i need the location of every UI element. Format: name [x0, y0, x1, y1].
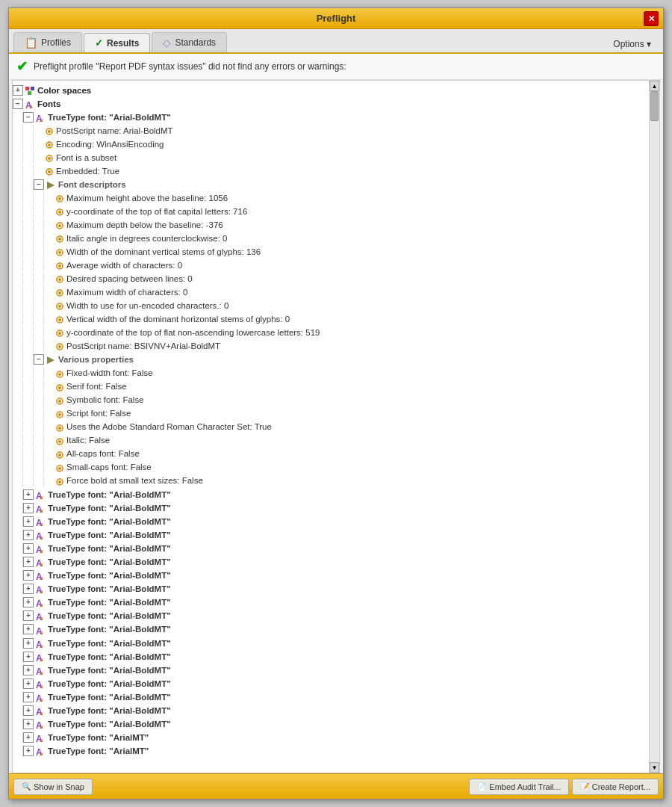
expand-button[interactable]: + — [23, 692, 34, 702]
scrollbar[interactable]: ▲ ▼ — [649, 81, 659, 773]
node-label: TrueType font: "Arial-BoldMT" — [48, 623, 171, 635]
show-in-snap-button[interactable]: 🔍 Show in Snap — [13, 779, 93, 795]
tree-node: +AaTrueType font: "Arial-BoldMT" — [13, 515, 649, 528]
expand-button[interactable]: + — [13, 85, 23, 96]
node-label: TrueType font: "Arial-BoldMT" — [48, 569, 171, 581]
expand-button[interactable]: − — [23, 112, 34, 123]
font-icon: Aa — [35, 516, 46, 528]
expand-button[interactable]: + — [23, 557, 34, 567]
font-icon: Aa — [35, 542, 46, 554]
expand-button[interactable]: + — [23, 570, 34, 581]
node-label: TrueType font: "Arial-BoldMT" — [48, 651, 171, 663]
expand-button[interactable]: − — [13, 99, 23, 109]
expand-button[interactable]: + — [23, 719, 34, 729]
svg-text:a: a — [40, 575, 43, 581]
property-icon — [56, 219, 64, 231]
node-label: TrueType font: "Arial-BoldMT" — [48, 111, 171, 123]
node-label: TrueType font: "Arial-BoldMT" — [48, 502, 171, 514]
node-label: TrueType font: "Arial-BoldMT" — [48, 705, 171, 717]
scroll-thumb[interactable] — [650, 91, 659, 121]
tree-node: y-coordinate of the top of flat non-asce… — [13, 326, 649, 339]
property-icon — [56, 434, 64, 446]
tree-node: +AaTrueType font: "Arial-BoldMT" — [13, 609, 649, 622]
tab-results[interactable]: ✓ Results — [84, 33, 150, 52]
options-button[interactable]: Options ▾ — [606, 36, 659, 52]
font-icon: Aa — [35, 732, 46, 743]
node-label: Maximum height above the baseline: 1056 — [66, 192, 228, 204]
tree-node: Uses the Adobe Standard Roman Character … — [13, 420, 649, 433]
svg-text:a: a — [40, 723, 43, 730]
create-report-button[interactable]: 📝 Create Report... — [572, 779, 659, 795]
font-icon: Aa — [35, 610, 46, 622]
tab-profiles-label: Profiles — [41, 37, 71, 48]
tab-standards[interactable]: ◇ Standards — [152, 32, 227, 52]
embed-audit-trail-button[interactable]: 📄 Embed Audit Trail... — [469, 779, 568, 795]
expand-button[interactable]: + — [23, 503, 34, 513]
node-label: PostScript name: BSIVNV+Arial-BoldMT — [66, 340, 220, 352]
tree-node: Force bold at small text sizes: False — [13, 474, 649, 487]
expand-button[interactable]: + — [23, 610, 34, 621]
create-report-icon: 📝 — [580, 782, 589, 791]
tree-node: Maximum height above the baseline: 1056 — [13, 191, 649, 205]
tree-node: +AaTrueType font: "Arial-BoldMT" — [13, 501, 649, 515]
expand-button[interactable]: + — [23, 624, 34, 634]
scroll-down-button[interactable]: ▼ — [650, 762, 659, 773]
expand-button[interactable]: − — [34, 354, 44, 365]
svg-text:a: a — [40, 117, 43, 123]
window-title: Preflight — [317, 13, 356, 24]
expand-button[interactable]: + — [23, 489, 34, 500]
tree-node: Italic angle in degrees counterclockwise… — [13, 232, 649, 245]
property-icon — [56, 421, 64, 433]
tree-node: +AaTrueType font: "Arial-BoldMT" — [13, 622, 649, 636]
svg-text:a: a — [40, 683, 43, 690]
close-button[interactable]: ✕ — [644, 11, 659, 26]
expand-button[interactable]: − — [34, 179, 44, 190]
svg-point-29 — [58, 278, 61, 281]
expand-button[interactable]: + — [23, 705, 34, 716]
property-icon — [56, 205, 64, 217]
expand-button[interactable]: + — [23, 597, 34, 607]
svg-point-46 — [58, 400, 61, 403]
node-label: Width to use for un-encoded characters.:… — [66, 300, 228, 312]
font-icon: Aa — [35, 718, 46, 730]
tree-node: Width of the dominant vertical stems of … — [13, 245, 649, 259]
property-icon — [56, 327, 64, 338]
tree-node: +AaTrueType font: "Arial-BoldMT" — [13, 542, 649, 555]
property-icon — [56, 313, 64, 325]
expand-button[interactable]: + — [23, 746, 34, 756]
node-label: Force bold at small text sizes: False — [66, 474, 203, 486]
property-icon — [46, 152, 54, 164]
title-bar: Preflight ✕ — [9, 8, 663, 29]
tree-area[interactable]: +Color spaces−AaFonts−AaTrueType font: "… — [13, 81, 649, 773]
tree-node: Italic: False — [13, 433, 649, 447]
property-icon — [56, 273, 64, 285]
descriptor-icon — [46, 179, 56, 191]
node-label: Italic angle in degrees counterclockwise… — [66, 232, 227, 244]
scroll-up-button[interactable]: ▲ — [650, 81, 659, 91]
expand-button[interactable]: + — [23, 543, 34, 554]
expand-button[interactable]: + — [23, 584, 34, 594]
node-label: TrueType font: "Arial-BoldMT" — [48, 542, 171, 554]
tree-node: Script font: False — [13, 406, 649, 420]
expand-button[interactable]: + — [23, 665, 34, 675]
font-icon: Aa — [35, 623, 46, 635]
node-label: y-coordinate of the top of flat capital … — [66, 205, 247, 217]
expand-button[interactable]: + — [23, 732, 34, 743]
svg-point-27 — [58, 265, 61, 268]
node-label: Encoding: WinAnsiEncoding — [56, 138, 164, 150]
expand-button[interactable]: + — [23, 678, 34, 689]
svg-point-52 — [58, 440, 61, 443]
node-label: TrueType font: "ArialMT" — [48, 745, 149, 757]
node-label: PostScript name: Arial-BoldMT — [56, 125, 173, 137]
expand-button[interactable]: + — [23, 652, 34, 662]
node-label: Desired spacing between lines: 0 — [66, 273, 193, 285]
status-bar: ✔ Preflight profile "Report PDF syntax i… — [9, 54, 663, 80]
tab-profiles[interactable]: 📋 Profiles — [13, 32, 82, 52]
expand-button[interactable]: + — [23, 530, 34, 540]
tree-node: +AaTrueType font: "Arial-BoldMT" — [13, 569, 649, 582]
expand-button[interactable]: + — [23, 516, 34, 527]
expand-button[interactable]: + — [23, 638, 34, 649]
node-label: TrueType font: "Arial-BoldMT" — [48, 718, 171, 730]
svg-point-44 — [58, 386, 61, 389]
svg-point-37 — [58, 332, 61, 335]
